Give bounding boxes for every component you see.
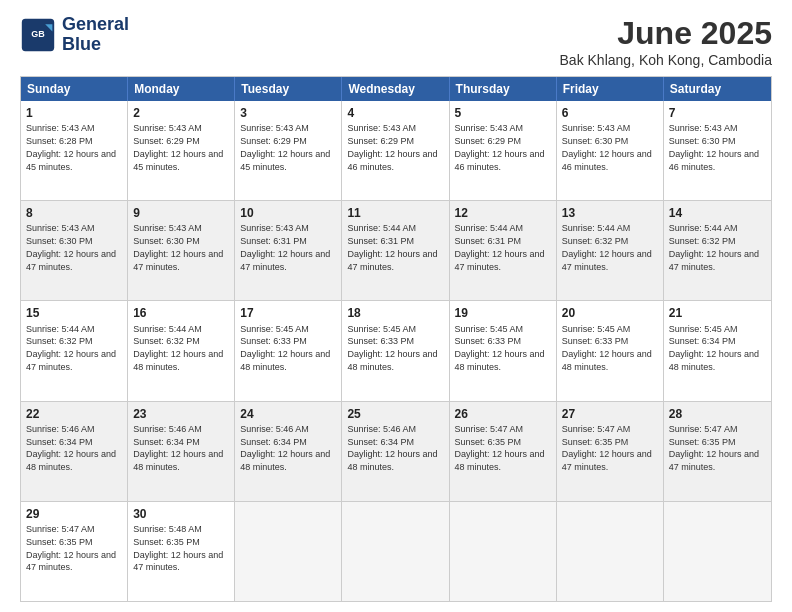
day-number: 14: [669, 205, 766, 221]
day-number: 2: [133, 105, 229, 121]
calendar-day-21: 21 Sunrise: 5:45 AMSunset: 6:34 PMDaylig…: [664, 301, 771, 400]
logo-line1: General: [62, 15, 129, 35]
calendar-day-10: 10 Sunrise: 5:43 AMSunset: 6:31 PMDaylig…: [235, 201, 342, 300]
calendar-day-23: 23 Sunrise: 5:46 AMSunset: 6:34 PMDaylig…: [128, 402, 235, 501]
calendar-day-7: 7 Sunrise: 5:43 AMSunset: 6:30 PMDayligh…: [664, 101, 771, 200]
day-number: 20: [562, 305, 658, 321]
calendar: SundayMondayTuesdayWednesdayThursdayFrid…: [20, 76, 772, 602]
day-number: 23: [133, 406, 229, 422]
day-number: 24: [240, 406, 336, 422]
day-number: 28: [669, 406, 766, 422]
calendar-week-4: 22 Sunrise: 5:46 AMSunset: 6:34 PMDaylig…: [21, 401, 771, 501]
calendar-day-14: 14 Sunrise: 5:44 AMSunset: 6:32 PMDaylig…: [664, 201, 771, 300]
svg-text:GB: GB: [31, 29, 45, 39]
empty-cell: [450, 502, 557, 601]
header-day-sunday: Sunday: [21, 77, 128, 101]
cell-info: Sunrise: 5:47 AMSunset: 6:35 PMDaylight:…: [455, 424, 545, 472]
cell-info: Sunrise: 5:45 AMSunset: 6:33 PMDaylight:…: [347, 324, 437, 372]
calendar-day-11: 11 Sunrise: 5:44 AMSunset: 6:31 PMDaylig…: [342, 201, 449, 300]
cell-info: Sunrise: 5:45 AMSunset: 6:33 PMDaylight:…: [240, 324, 330, 372]
cell-info: Sunrise: 5:46 AMSunset: 6:34 PMDaylight:…: [240, 424, 330, 472]
day-number: 11: [347, 205, 443, 221]
day-number: 12: [455, 205, 551, 221]
cell-info: Sunrise: 5:43 AMSunset: 6:30 PMDaylight:…: [562, 123, 652, 171]
calendar-day-17: 17 Sunrise: 5:45 AMSunset: 6:33 PMDaylig…: [235, 301, 342, 400]
day-number: 30: [133, 506, 229, 522]
location: Bak Khlang, Koh Kong, Cambodia: [560, 52, 772, 68]
cell-info: Sunrise: 5:45 AMSunset: 6:33 PMDaylight:…: [562, 324, 652, 372]
logo-line2: Blue: [62, 35, 129, 55]
cell-info: Sunrise: 5:47 AMSunset: 6:35 PMDaylight:…: [26, 524, 116, 572]
cell-info: Sunrise: 5:44 AMSunset: 6:31 PMDaylight:…: [347, 223, 437, 271]
cell-info: Sunrise: 5:45 AMSunset: 6:34 PMDaylight:…: [669, 324, 759, 372]
cell-info: Sunrise: 5:43 AMSunset: 6:29 PMDaylight:…: [133, 123, 223, 171]
day-number: 16: [133, 305, 229, 321]
day-number: 7: [669, 105, 766, 121]
day-number: 8: [26, 205, 122, 221]
calendar-day-30: 30 Sunrise: 5:48 AMSunset: 6:35 PMDaylig…: [128, 502, 235, 601]
calendar-day-13: 13 Sunrise: 5:44 AMSunset: 6:32 PMDaylig…: [557, 201, 664, 300]
day-number: 10: [240, 205, 336, 221]
day-number: 15: [26, 305, 122, 321]
cell-info: Sunrise: 5:47 AMSunset: 6:35 PMDaylight:…: [562, 424, 652, 472]
day-number: 13: [562, 205, 658, 221]
calendar-body: 1 Sunrise: 5:43 AMSunset: 6:28 PMDayligh…: [21, 101, 771, 601]
header-day-tuesday: Tuesday: [235, 77, 342, 101]
calendar-day-29: 29 Sunrise: 5:47 AMSunset: 6:35 PMDaylig…: [21, 502, 128, 601]
empty-cell: [342, 502, 449, 601]
header-day-saturday: Saturday: [664, 77, 771, 101]
cell-info: Sunrise: 5:44 AMSunset: 6:32 PMDaylight:…: [133, 324, 223, 372]
cell-info: Sunrise: 5:48 AMSunset: 6:35 PMDaylight:…: [133, 524, 223, 572]
calendar-week-1: 1 Sunrise: 5:43 AMSunset: 6:28 PMDayligh…: [21, 101, 771, 200]
calendar-week-2: 8 Sunrise: 5:43 AMSunset: 6:30 PMDayligh…: [21, 200, 771, 300]
cell-info: Sunrise: 5:43 AMSunset: 6:29 PMDaylight:…: [455, 123, 545, 171]
calendar-day-26: 26 Sunrise: 5:47 AMSunset: 6:35 PMDaylig…: [450, 402, 557, 501]
month-title: June 2025: [560, 15, 772, 52]
cell-info: Sunrise: 5:44 AMSunset: 6:32 PMDaylight:…: [669, 223, 759, 271]
calendar-day-15: 15 Sunrise: 5:44 AMSunset: 6:32 PMDaylig…: [21, 301, 128, 400]
day-number: 19: [455, 305, 551, 321]
calendar-day-20: 20 Sunrise: 5:45 AMSunset: 6:33 PMDaylig…: [557, 301, 664, 400]
cell-info: Sunrise: 5:44 AMSunset: 6:32 PMDaylight:…: [26, 324, 116, 372]
header-day-wednesday: Wednesday: [342, 77, 449, 101]
cell-info: Sunrise: 5:43 AMSunset: 6:30 PMDaylight:…: [669, 123, 759, 171]
day-number: 18: [347, 305, 443, 321]
cell-info: Sunrise: 5:43 AMSunset: 6:31 PMDaylight:…: [240, 223, 330, 271]
calendar-day-8: 8 Sunrise: 5:43 AMSunset: 6:30 PMDayligh…: [21, 201, 128, 300]
day-number: 4: [347, 105, 443, 121]
calendar-day-4: 4 Sunrise: 5:43 AMSunset: 6:29 PMDayligh…: [342, 101, 449, 200]
calendar-day-19: 19 Sunrise: 5:45 AMSunset: 6:33 PMDaylig…: [450, 301, 557, 400]
calendar-day-22: 22 Sunrise: 5:46 AMSunset: 6:34 PMDaylig…: [21, 402, 128, 501]
day-number: 3: [240, 105, 336, 121]
header-day-thursday: Thursday: [450, 77, 557, 101]
day-number: 26: [455, 406, 551, 422]
cell-info: Sunrise: 5:43 AMSunset: 6:28 PMDaylight:…: [26, 123, 116, 171]
calendar-day-3: 3 Sunrise: 5:43 AMSunset: 6:29 PMDayligh…: [235, 101, 342, 200]
calendar-day-18: 18 Sunrise: 5:45 AMSunset: 6:33 PMDaylig…: [342, 301, 449, 400]
page: GB General Blue June 2025 Bak Khlang, Ko…: [0, 0, 792, 612]
logo: GB General Blue: [20, 15, 129, 55]
cell-info: Sunrise: 5:46 AMSunset: 6:34 PMDaylight:…: [133, 424, 223, 472]
calendar-week-5: 29 Sunrise: 5:47 AMSunset: 6:35 PMDaylig…: [21, 501, 771, 601]
cell-info: Sunrise: 5:44 AMSunset: 6:32 PMDaylight:…: [562, 223, 652, 271]
logo-text: General Blue: [62, 15, 129, 55]
logo-icon: GB: [20, 17, 56, 53]
day-number: 6: [562, 105, 658, 121]
cell-info: Sunrise: 5:46 AMSunset: 6:34 PMDaylight:…: [26, 424, 116, 472]
empty-cell: [664, 502, 771, 601]
calendar-day-24: 24 Sunrise: 5:46 AMSunset: 6:34 PMDaylig…: [235, 402, 342, 501]
cell-info: Sunrise: 5:47 AMSunset: 6:35 PMDaylight:…: [669, 424, 759, 472]
day-number: 5: [455, 105, 551, 121]
calendar-day-16: 16 Sunrise: 5:44 AMSunset: 6:32 PMDaylig…: [128, 301, 235, 400]
empty-cell: [557, 502, 664, 601]
header-day-friday: Friday: [557, 77, 664, 101]
calendar-day-9: 9 Sunrise: 5:43 AMSunset: 6:30 PMDayligh…: [128, 201, 235, 300]
calendar-day-27: 27 Sunrise: 5:47 AMSunset: 6:35 PMDaylig…: [557, 402, 664, 501]
cell-info: Sunrise: 5:43 AMSunset: 6:30 PMDaylight:…: [26, 223, 116, 271]
calendar-day-5: 5 Sunrise: 5:43 AMSunset: 6:29 PMDayligh…: [450, 101, 557, 200]
calendar-day-1: 1 Sunrise: 5:43 AMSunset: 6:28 PMDayligh…: [21, 101, 128, 200]
cell-info: Sunrise: 5:43 AMSunset: 6:29 PMDaylight:…: [347, 123, 437, 171]
calendar-day-12: 12 Sunrise: 5:44 AMSunset: 6:31 PMDaylig…: [450, 201, 557, 300]
day-number: 17: [240, 305, 336, 321]
cell-info: Sunrise: 5:43 AMSunset: 6:30 PMDaylight:…: [133, 223, 223, 271]
